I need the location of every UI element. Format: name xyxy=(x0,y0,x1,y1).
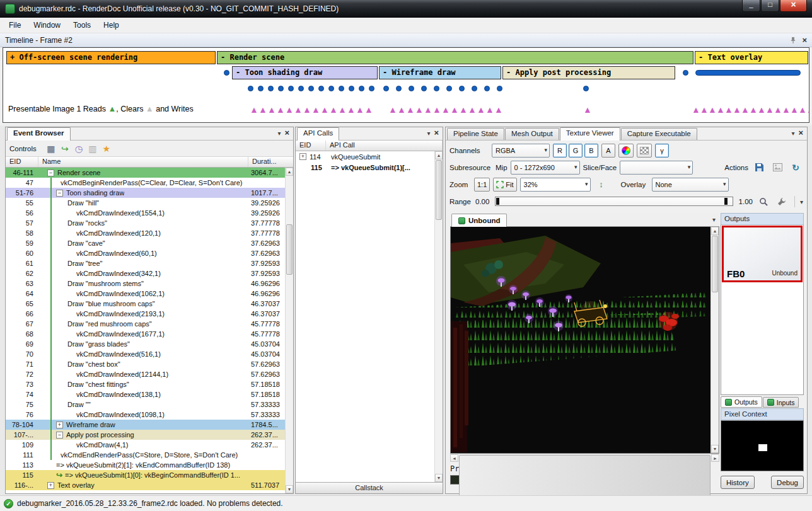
usage-write-triangle-icon[interactable]: ▲ xyxy=(364,103,373,117)
event-row[interactable]: 115↪=> vkQueueSubmit(1)[0]: vkBeginComma… xyxy=(6,470,285,480)
panel-menu-icon[interactable] xyxy=(427,129,430,137)
timeline-marker-bar[interactable]: - Text overlay xyxy=(695,51,808,64)
event-row[interactable]: 61Draw "tree"37.92593 xyxy=(6,258,285,268)
draw-dot[interactable] xyxy=(583,86,589,91)
event-row[interactable]: 68vkCmdDrawIndexed(1677,1)45.77778 xyxy=(6,329,285,339)
menu-item-window[interactable]: Window xyxy=(27,18,67,33)
usage-write-triangle-icon[interactable]: ▲ xyxy=(347,103,356,117)
column-name[interactable]: Name xyxy=(38,157,248,167)
usage-write-triangle-icon[interactable]: ▲ xyxy=(765,103,774,117)
pin-icon[interactable] xyxy=(789,37,797,44)
gamma-button[interactable]: γ xyxy=(655,144,669,158)
usage-write-triangle-icon[interactable]: ▲ xyxy=(749,103,758,117)
usage-write-triangle-icon[interactable]: ▲ xyxy=(757,103,766,117)
range-settings-button[interactable] xyxy=(774,195,789,209)
scroll-up-icon[interactable] xyxy=(711,227,719,235)
draw-dot[interactable] xyxy=(369,86,374,91)
blue-channel-button[interactable]: B xyxy=(584,144,598,158)
usage-write-triangle-icon[interactable]: ▲ xyxy=(320,103,329,117)
usage-write-triangle-icon[interactable]: ▲ xyxy=(432,103,441,117)
panel-menu-icon[interactable] xyxy=(277,129,281,137)
usage-write-triangle-icon[interactable]: ▲ xyxy=(338,103,347,117)
usage-write-triangle-icon[interactable]: ▲ xyxy=(294,103,303,117)
toolbar-overflow-icon[interactable] xyxy=(800,197,803,206)
usage-write-triangle-icon[interactable]: ▲ xyxy=(388,103,397,117)
event-row[interactable]: 55Draw "hill"39.25926 xyxy=(6,198,285,208)
usage-write-triangle-icon[interactable]: ▲ xyxy=(700,103,709,117)
draw-dot[interactable] xyxy=(472,86,477,91)
timeline-content[interactable]: + Off-screen scene rendering- Render sce… xyxy=(3,47,809,123)
event-row[interactable]: 66vkCmdDrawIndexed(2193,1)46.37037 xyxy=(6,309,285,319)
usage-write-triangle-icon[interactable]: ▲ xyxy=(583,103,592,117)
draw-dot[interactable] xyxy=(224,70,229,76)
time-durations-icon[interactable]: ◷ xyxy=(72,142,86,155)
usage-write-triangle-icon[interactable]: ▲ xyxy=(276,103,285,117)
texture-list-dropdown-icon[interactable] xyxy=(712,215,719,226)
usage-write-triangle-icon[interactable]: ▲ xyxy=(356,103,364,117)
event-row[interactable]: 73Draw "chest fittings"57.18518 xyxy=(6,379,285,389)
usage-write-triangle-icon[interactable]: ▲ xyxy=(258,103,267,117)
close-button[interactable] xyxy=(780,0,807,12)
draw-dot[interactable] xyxy=(258,86,264,91)
range-white-handle[interactable] xyxy=(724,198,728,205)
event-row[interactable]: 111vkCmdEndRenderPass(C=Store, D=Store, … xyxy=(6,450,285,460)
panel-close-icon[interactable] xyxy=(284,128,289,137)
scroll-left-icon[interactable] xyxy=(450,454,458,462)
channels-select[interactable]: RGBA xyxy=(492,144,550,158)
menu-item-help[interactable]: Help xyxy=(97,18,125,33)
tab-event-browser[interactable]: Event Browser xyxy=(7,127,71,141)
alpha-channel-button[interactable]: A xyxy=(601,144,615,158)
usage-write-triangle-icon[interactable]: ▲ xyxy=(798,103,807,117)
draw-dot[interactable] xyxy=(434,86,439,91)
tab-pipeline-state[interactable]: Pipeline State xyxy=(447,128,504,140)
red-channel-button[interactable]: R xyxy=(553,144,567,158)
tab-api-calls[interactable]: API Calls xyxy=(297,127,339,141)
find-events-icon[interactable]: ▦ xyxy=(44,142,58,155)
panel-menu-icon[interactable] xyxy=(791,129,794,137)
draw-dot[interactable] xyxy=(459,86,465,91)
usage-write-triangle-icon[interactable]: ▲ xyxy=(494,103,503,117)
timeline-close-icon[interactable] xyxy=(802,35,807,45)
draw-dot[interactable] xyxy=(383,86,389,91)
tab-texture-viewer[interactable]: Texture Viewer xyxy=(560,127,620,141)
scrollbar-thumb[interactable] xyxy=(712,236,718,292)
timeline-marker-bar[interactable]: - Render scene xyxy=(217,51,693,64)
draw-span-bar[interactable] xyxy=(695,70,801,76)
stats-icon[interactable]: ▥ xyxy=(86,142,100,155)
usage-write-triangle-icon[interactable]: ▲ xyxy=(806,103,809,117)
event-row[interactable]: 109vkCmdDraw(4,1)262.37... xyxy=(6,440,285,450)
usage-write-triangle-icon[interactable]: ▲ xyxy=(450,103,459,117)
api-call-row[interactable]: +114vkQueueSubmit xyxy=(296,151,434,162)
draw-dot[interactable] xyxy=(298,86,304,91)
event-row[interactable]: 64vkCmdDrawIndexed(1062,1)46.96296 xyxy=(6,289,285,299)
custom-shader-button[interactable] xyxy=(618,144,634,158)
texture-horizontal-scrollbar[interactable] xyxy=(450,454,719,462)
expand-icon[interactable]: + xyxy=(47,482,54,489)
usage-write-triangle-icon[interactable]: ▲ xyxy=(790,103,799,117)
event-row[interactable]: 62vkCmdDrawIndexed(342,1)37.92593 xyxy=(6,268,285,278)
usage-write-triangle-icon[interactable]: ▲ xyxy=(477,103,485,117)
event-row[interactable]: 113=> vkQueueSubmit(2)[1]: vkEndCommandB… xyxy=(6,460,285,470)
zoom-select[interactable]: 32% xyxy=(520,178,591,192)
range-black-handle[interactable] xyxy=(496,198,499,205)
event-row[interactable]: 67Draw "red mushroom caps"45.77778 xyxy=(6,319,285,329)
debug-button[interactable]: Debug xyxy=(771,476,804,489)
scroll-down-icon[interactable] xyxy=(435,474,443,482)
event-row[interactable]: 71Draw "chest box"57.62963 xyxy=(6,359,285,369)
tab-mesh-output[interactable]: Mesh Output xyxy=(505,128,559,140)
event-row[interactable]: 60vkCmdDrawIndexed(60,1)37.62963 xyxy=(6,248,285,258)
usage-write-triangle-icon[interactable]: ▲ xyxy=(424,103,432,117)
api-call-row[interactable]: 115=> vkQueueSubmit(1)[... xyxy=(296,162,434,173)
bookmark-icon[interactable]: ★ xyxy=(100,142,113,155)
usage-write-triangle-icon[interactable]: ▲ xyxy=(415,103,424,117)
api-calls-scrollbar[interactable] xyxy=(434,151,443,482)
checkerboard-background-button[interactable] xyxy=(637,144,652,158)
usage-write-triangle-icon[interactable]: ▲ xyxy=(311,103,320,117)
scroll-down-icon[interactable] xyxy=(286,485,293,493)
draw-dot[interactable] xyxy=(328,86,334,91)
event-row[interactable]: 51-76−Toon shading draw1017.7... xyxy=(6,188,285,198)
pixel-context-view[interactable] xyxy=(721,420,804,471)
collapse-icon[interactable]: − xyxy=(56,190,63,197)
timeline-marker-bar[interactable]: + Off-screen scene rendering xyxy=(6,51,216,64)
overlay-select[interactable]: None xyxy=(652,178,729,192)
